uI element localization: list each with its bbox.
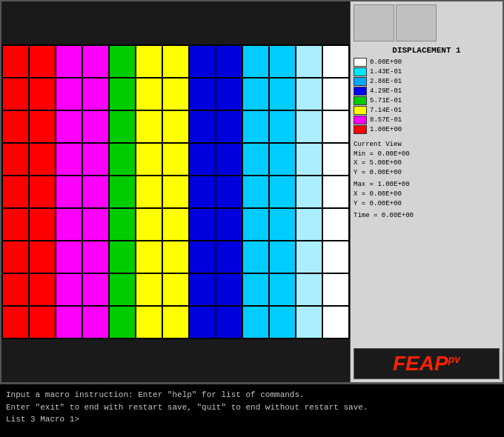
legend-value: 1.43E-01 bbox=[370, 68, 402, 76]
grid-cell bbox=[109, 78, 136, 110]
grid-cell bbox=[29, 241, 56, 273]
legend-row: 4.29E-01 bbox=[354, 87, 500, 96]
color-legend: 0.00E+001.43E-012.86E-014.29E-015.71E-01… bbox=[354, 58, 500, 134]
grid-cell bbox=[162, 110, 189, 143]
grid-cell bbox=[2, 78, 29, 110]
grid-cell bbox=[322, 143, 349, 176]
grid-cell bbox=[322, 176, 349, 208]
grid-cell bbox=[82, 110, 109, 143]
grid-cell bbox=[216, 143, 242, 176]
grid-cell bbox=[296, 208, 322, 241]
grid-cell bbox=[242, 78, 269, 110]
grid-cell bbox=[136, 78, 162, 110]
legend-row: 0.00E+00 bbox=[354, 58, 500, 67]
legend-swatch bbox=[354, 58, 367, 67]
feap-brand-text: FEAPpv bbox=[393, 352, 460, 375]
grid-cell bbox=[296, 241, 322, 273]
current-view-label: Current View bbox=[354, 140, 500, 150]
stat-y-min: Y = 0.00E+00 bbox=[354, 168, 500, 178]
mini-views bbox=[354, 4, 500, 41]
grid-cell bbox=[82, 306, 109, 338]
legend-value: 4.29E-01 bbox=[370, 87, 402, 95]
console-prompt[interactable]: List 3 Macro 1> bbox=[6, 413, 498, 426]
legend-value: 8.57E-01 bbox=[370, 116, 402, 124]
grid-cell bbox=[56, 273, 82, 306]
grid-cell bbox=[29, 306, 56, 338]
legend-swatch bbox=[354, 125, 367, 134]
legend-swatch bbox=[354, 77, 367, 86]
mini-view-1 bbox=[354, 4, 394, 41]
grid-cell bbox=[242, 110, 269, 143]
grid-cell bbox=[216, 78, 242, 110]
grid-cell bbox=[56, 110, 82, 143]
grid-cell bbox=[109, 241, 136, 273]
sidebar: DISPLACEMENT 1 0.00E+001.43E-012.86E-014… bbox=[350, 1, 503, 382]
grid-cell bbox=[136, 241, 162, 273]
stats-area: Current View Min = 0.00E+00 X = 5.00E+00… bbox=[354, 140, 500, 221]
grid-cell bbox=[29, 110, 56, 143]
grid-cell bbox=[242, 241, 269, 273]
stat-y-max: Y = 0.00E+00 bbox=[354, 199, 500, 209]
legend-row: 1.00E+00 bbox=[354, 125, 500, 134]
grid-cell bbox=[162, 45, 189, 78]
grid-cell bbox=[296, 306, 322, 338]
grid-cell bbox=[296, 78, 322, 110]
grid-cell bbox=[296, 143, 322, 176]
grid-cell bbox=[296, 176, 322, 208]
grid-cell bbox=[216, 306, 242, 338]
legend-value: 7.14E-01 bbox=[370, 107, 402, 114]
top-area: DISPLACEMENT 1 0.00E+001.43E-012.86E-014… bbox=[0, 0, 504, 384]
main-container: DISPLACEMENT 1 0.00E+001.43E-012.86E-014… bbox=[0, 0, 504, 437]
grid-cell bbox=[2, 208, 29, 241]
legend-title: DISPLACEMENT 1 bbox=[354, 46, 500, 55]
grid-cell bbox=[56, 176, 82, 208]
grid-cell bbox=[322, 241, 349, 273]
console-line-2: Enter "exit" to end with restart save, "… bbox=[6, 401, 498, 414]
grid-cell bbox=[82, 208, 109, 241]
grid-cell bbox=[56, 78, 82, 110]
grid-cell bbox=[109, 45, 136, 78]
grid-cell bbox=[82, 176, 109, 208]
grid-cell bbox=[56, 45, 82, 78]
grid-cell bbox=[242, 143, 269, 176]
grid-cell bbox=[269, 78, 296, 110]
legend-row: 8.57E-01 bbox=[354, 116, 500, 124]
legend-row: 1.43E-01 bbox=[354, 67, 500, 76]
grid-cell bbox=[136, 306, 162, 338]
grid-cell bbox=[269, 45, 296, 78]
grid-cell bbox=[162, 273, 189, 306]
grid-cell bbox=[2, 306, 29, 338]
grid-cell bbox=[269, 208, 296, 241]
grid-cell bbox=[216, 208, 242, 241]
grid-cell bbox=[109, 176, 136, 208]
grid-visualization bbox=[1, 44, 350, 339]
grid-cell bbox=[162, 208, 189, 241]
grid-cell bbox=[109, 208, 136, 241]
grid-cell bbox=[29, 143, 56, 176]
grid-cell bbox=[269, 306, 296, 338]
legend-row: 2.86E-01 bbox=[354, 77, 500, 86]
grid-cell bbox=[29, 208, 56, 241]
console-line-1: Input a macro instruction: Enter "help" … bbox=[6, 389, 498, 401]
grid-cell bbox=[2, 45, 29, 78]
stat-min: Min = 0.00E+00 bbox=[354, 150, 500, 159]
grid-cell bbox=[162, 241, 189, 273]
grid-cell bbox=[189, 241, 216, 273]
grid-cell bbox=[216, 176, 242, 208]
grid-cell bbox=[296, 273, 322, 306]
grid-cell bbox=[162, 78, 189, 110]
console-area: Input a macro instruction: Enter "help" … bbox=[0, 384, 504, 437]
grid-cell bbox=[242, 176, 269, 208]
grid-cell bbox=[136, 208, 162, 241]
stat-max: Max = 1.00E+00 bbox=[354, 180, 500, 190]
legend-value: 0.00E+00 bbox=[370, 59, 402, 66]
grid-cell bbox=[189, 143, 216, 176]
stat-x-max: X = 0.00E+00 bbox=[354, 190, 500, 199]
grid-cell bbox=[189, 78, 216, 110]
grid-cell bbox=[322, 45, 349, 78]
grid-cell bbox=[56, 241, 82, 273]
grid-cell bbox=[322, 208, 349, 241]
grid-cell bbox=[162, 176, 189, 208]
grid-cell bbox=[82, 78, 109, 110]
grid-cell bbox=[2, 176, 29, 208]
